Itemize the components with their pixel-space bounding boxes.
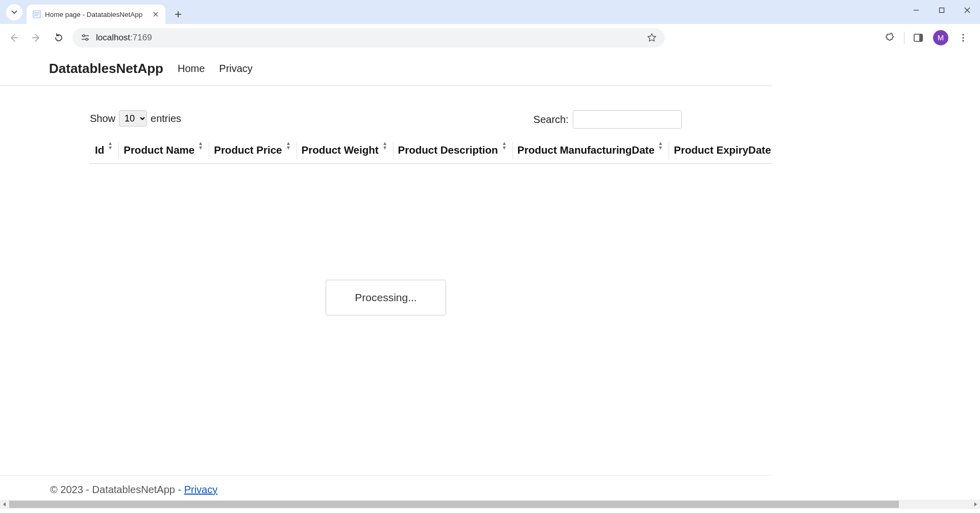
window-controls bbox=[903, 0, 980, 24]
col-label: Product Weight bbox=[302, 144, 379, 156]
nav-link-privacy[interactable]: Privacy bbox=[219, 63, 253, 75]
site-navbar: DatatablesNetApp Home Privacy bbox=[0, 52, 772, 86]
scroll-thumb[interactable] bbox=[9, 501, 899, 508]
col-label: Product ExpiryDate bbox=[674, 144, 771, 156]
svg-point-13 bbox=[962, 40, 964, 41]
nav-back-button[interactable] bbox=[5, 29, 22, 46]
browser-tab-active[interactable]: Home page - DatatablesNetApp bbox=[27, 5, 165, 24]
sort-icon bbox=[501, 142, 509, 151]
nav-forward-button[interactable] bbox=[28, 29, 45, 46]
scroll-track[interactable] bbox=[9, 500, 971, 509]
horizontal-scrollbar[interactable] bbox=[0, 500, 980, 509]
svg-point-8 bbox=[86, 38, 88, 40]
sidepanel-icon bbox=[913, 33, 923, 43]
search-label: Search: bbox=[533, 114, 569, 126]
tab-favicon-icon bbox=[33, 10, 41, 18]
svg-point-12 bbox=[962, 37, 964, 38]
tab-title: Home page - DatatablesNetApp bbox=[45, 11, 147, 18]
datatable-head: Id Product Name Product Price Product We… bbox=[90, 138, 772, 164]
window-close-button[interactable] bbox=[954, 0, 980, 20]
length-suffix: entries bbox=[151, 113, 181, 125]
chrome-menu-button[interactable] bbox=[954, 29, 972, 46]
minimize-icon bbox=[913, 7, 919, 13]
col-product-description[interactable]: Product Description bbox=[393, 138, 512, 164]
scroll-right-button[interactable] bbox=[971, 500, 980, 509]
url-host: localhost bbox=[96, 33, 130, 42]
nav-reload-button[interactable] bbox=[50, 29, 67, 46]
length-prefix: Show bbox=[90, 113, 115, 125]
puzzle-icon bbox=[885, 33, 895, 43]
sort-icon bbox=[198, 142, 206, 151]
star-icon bbox=[647, 33, 657, 43]
svg-rect-3 bbox=[34, 15, 38, 16]
caret-right-icon bbox=[973, 502, 977, 506]
sort-icon bbox=[382, 142, 390, 151]
svg-point-11 bbox=[962, 34, 964, 35]
col-product-weight[interactable]: Product Weight bbox=[297, 138, 393, 164]
search-input[interactable] bbox=[573, 110, 682, 129]
url-text: localhost:7169 bbox=[96, 33, 641, 43]
caret-left-icon bbox=[3, 502, 7, 506]
svg-rect-4 bbox=[940, 8, 944, 13]
maximize-icon bbox=[939, 7, 945, 13]
datatable-header-row: Id Product Name Product Price Product We… bbox=[90, 138, 772, 164]
col-label: Id bbox=[95, 144, 104, 156]
chevron-down-icon bbox=[11, 9, 18, 16]
site-footer: © 2023 - DatatablesNetApp - Privacy bbox=[0, 475, 772, 496]
length-select[interactable]: 10 bbox=[119, 110, 147, 127]
svg-point-6 bbox=[83, 35, 85, 37]
window-minimize-button[interactable] bbox=[903, 0, 929, 20]
avatar-initial: M bbox=[938, 33, 944, 42]
col-label: Product Name bbox=[124, 144, 194, 156]
tab-close-button[interactable] bbox=[151, 10, 160, 19]
close-icon bbox=[964, 7, 970, 13]
datatable: Id Product Name Product Price Product We… bbox=[90, 138, 772, 164]
scroll-left-button[interactable] bbox=[0, 500, 9, 509]
window-maximize-button[interactable] bbox=[929, 0, 954, 20]
sort-icon bbox=[657, 142, 666, 151]
col-label: Product Description bbox=[398, 144, 498, 156]
col-product-price[interactable]: Product Price bbox=[209, 138, 296, 164]
arrow-left-icon bbox=[9, 33, 19, 43]
datatable-wrapper: Id Product Name Product Price Product We… bbox=[90, 138, 682, 164]
svg-rect-10 bbox=[919, 34, 922, 41]
sort-icon bbox=[285, 142, 293, 151]
svg-rect-2 bbox=[34, 14, 39, 14]
col-label: Product Price bbox=[214, 144, 282, 156]
kebab-icon bbox=[959, 33, 968, 42]
browser-tab-strip: Home page - DatatablesNetApp bbox=[0, 0, 980, 24]
col-product-expiry-date[interactable]: Product ExpiryDate bbox=[669, 138, 772, 164]
extensions-button[interactable] bbox=[881, 29, 899, 46]
reload-icon bbox=[54, 33, 64, 43]
bookmark-button[interactable] bbox=[646, 32, 657, 43]
main-content: Show 10 entries Search: Id Product Name … bbox=[0, 86, 772, 164]
arrow-right-icon bbox=[31, 33, 41, 43]
avatar: M bbox=[933, 30, 948, 45]
sort-icon bbox=[107, 142, 115, 151]
brand[interactable]: DatatablesNetApp bbox=[49, 61, 163, 77]
toolbar-separator bbox=[904, 32, 904, 44]
nav-link-home[interactable]: Home bbox=[178, 63, 205, 75]
tab-search-button[interactable] bbox=[6, 4, 22, 20]
processing-text: Processing... bbox=[355, 291, 416, 303]
site-info-button[interactable] bbox=[80, 32, 91, 43]
page-viewport: DatatablesNetApp Home Privacy Show 10 en… bbox=[0, 52, 980, 509]
new-tab-button[interactable] bbox=[170, 7, 186, 22]
svg-rect-1 bbox=[34, 12, 39, 13]
address-bar[interactable]: localhost:7169 bbox=[72, 28, 665, 47]
url-rest: :7169 bbox=[130, 33, 152, 42]
footer-copyright: © 2023 - DatatablesNetApp - bbox=[50, 484, 184, 495]
datatable-processing: Processing... bbox=[326, 280, 446, 315]
col-product-name[interactable]: Product Name bbox=[118, 138, 209, 164]
browser-toolbar: localhost:7169 M bbox=[0, 24, 980, 52]
sidepanel-button[interactable] bbox=[910, 29, 927, 46]
close-icon bbox=[153, 12, 158, 17]
col-id[interactable]: Id bbox=[90, 138, 118, 164]
footer-privacy-link[interactable]: Privacy bbox=[184, 484, 218, 495]
toolbar-right: M bbox=[881, 29, 975, 46]
profile-button[interactable]: M bbox=[932, 29, 949, 46]
tune-icon bbox=[81, 33, 90, 42]
datatable-search: Search: bbox=[533, 110, 682, 129]
col-product-manufacturing-date[interactable]: Product ManufacturingDate bbox=[512, 138, 669, 164]
plus-icon bbox=[175, 11, 182, 18]
